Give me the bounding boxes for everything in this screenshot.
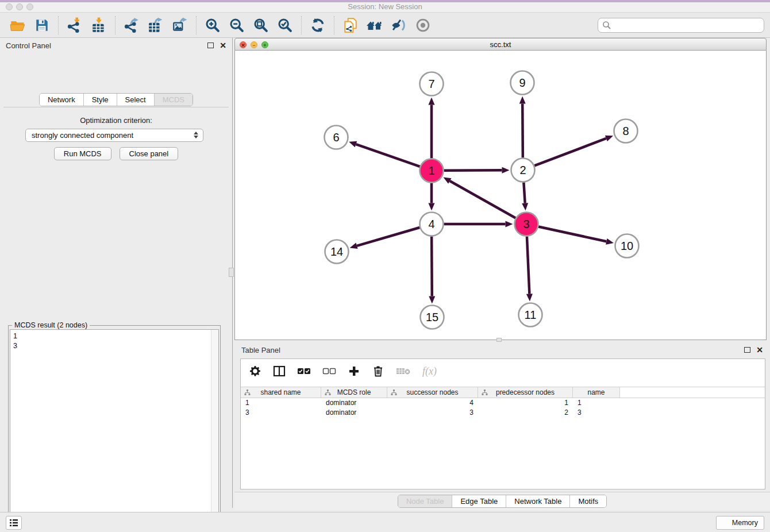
node-8[interactable]: 8 xyxy=(614,119,638,143)
edge-2-3[interactable] xyxy=(523,182,525,203)
tab-style[interactable]: Style xyxy=(84,94,117,106)
zoom-fit-icon[interactable] xyxy=(252,17,270,34)
memory-button[interactable]: Memory xyxy=(716,516,764,530)
hierarchy-icon xyxy=(325,390,331,396)
column-header-name[interactable]: name xyxy=(573,387,620,398)
table-cell: 4 xyxy=(387,398,478,408)
edge-1-2[interactable] xyxy=(444,170,502,171)
hierarchy-icon xyxy=(391,390,397,396)
control-panel-close-icon[interactable]: ✕ xyxy=(220,43,226,48)
node-6[interactable]: 6 xyxy=(325,126,348,149)
node-7[interactable]: 7 xyxy=(420,72,444,96)
tab-mcds[interactable]: MCDS xyxy=(155,94,192,106)
select-all-icon[interactable] xyxy=(297,364,311,378)
toolbar-separator xyxy=(115,16,116,34)
tab-motifs[interactable]: Motifs xyxy=(570,495,606,507)
edge-4-14[interactable] xyxy=(357,228,419,246)
zoom-in-icon[interactable] xyxy=(204,17,221,34)
control-panel: Control Panel ✕ NetworkStyleSelectMCDS O… xyxy=(0,38,232,508)
table-row[interactable]: 1dominator411 xyxy=(241,398,765,408)
tab-select[interactable]: Select xyxy=(117,94,155,106)
table-panel-close-icon[interactable]: ✕ xyxy=(756,347,763,353)
edge-3-1[interactable] xyxy=(450,181,515,218)
refresh-icon[interactable] xyxy=(309,17,326,34)
node-3[interactable]: 3 xyxy=(515,213,538,236)
run-mcds-button[interactable]: Run MCDS xyxy=(54,147,111,160)
optimization-criterion-select[interactable]: strongly connected component xyxy=(25,129,203,142)
deselect-all-icon[interactable] xyxy=(322,364,336,378)
import-network-icon[interactable] xyxy=(66,17,83,34)
export-table-icon[interactable] xyxy=(147,17,164,34)
result-scrollbar[interactable] xyxy=(211,330,218,532)
edge-arrow-2-3 xyxy=(522,203,528,210)
node-14[interactable]: 14 xyxy=(325,240,349,264)
horizontal-splitter-grip[interactable] xyxy=(496,338,502,342)
tab-edge-table[interactable]: Edge Table xyxy=(452,495,506,507)
panel-divider xyxy=(3,107,229,107)
network-window: ✕ − + scc.txt 1234678910111415 xyxy=(234,38,767,340)
optimization-criterion-label: Optimization criterion: xyxy=(0,116,232,125)
svg-text:8: 8 xyxy=(622,125,629,137)
open-session-icon[interactable] xyxy=(9,17,26,34)
select-stepper-icon xyxy=(194,132,198,138)
show-all-icon[interactable] xyxy=(414,17,432,34)
node-2[interactable]: 2 xyxy=(511,159,535,182)
node-15[interactable]: 15 xyxy=(421,306,444,329)
column-header-predecessor-nodes[interactable]: predecessor nodes xyxy=(478,387,573,398)
svg-text:1: 1 xyxy=(428,164,434,177)
edge-3-10[interactable] xyxy=(538,227,606,242)
column-label: name xyxy=(587,388,605,396)
search-input[interactable] xyxy=(598,18,764,33)
table-panel-header: Table Panel ✕ xyxy=(234,342,770,357)
table-settings-icon[interactable] xyxy=(249,364,261,378)
import-table-icon[interactable] xyxy=(90,17,107,34)
edge-4-15[interactable] xyxy=(432,236,432,296)
zoom-selected-icon[interactable] xyxy=(276,17,294,34)
table-row[interactable]: 3dominator323 xyxy=(241,408,765,418)
hide-selected-icon[interactable] xyxy=(390,17,407,34)
export-network-icon[interactable] xyxy=(123,17,140,34)
column-header-successor-nodes[interactable]: successor nodes xyxy=(387,387,478,398)
clone-network-icon[interactable] xyxy=(342,17,359,34)
edge-2-9[interactable] xyxy=(522,103,523,157)
table-panel-title: Table Panel xyxy=(241,346,280,354)
node-11[interactable]: 11 xyxy=(519,303,542,327)
table-panel-box: f(x) shared nameMCDS rolesuccessor nodes… xyxy=(240,358,765,489)
mcds-result-area[interactable]: 13 xyxy=(10,329,219,532)
edge-arrow-1-4 xyxy=(429,203,435,211)
add-column-icon[interactable] xyxy=(348,364,360,378)
network-canvas[interactable]: 1234678910111415 xyxy=(234,51,767,340)
edge-arrow-3-11 xyxy=(526,294,533,301)
table-panel-float-icon[interactable] xyxy=(744,347,750,353)
home-icon[interactable] xyxy=(366,17,383,34)
close-panel-button[interactable]: Close panel xyxy=(120,147,179,160)
column-header-MCDS-role[interactable]: MCDS role xyxy=(321,387,387,398)
vertical-splitter-grip[interactable] xyxy=(229,268,234,277)
export-image-icon[interactable] xyxy=(171,17,188,34)
edge-2-8[interactable] xyxy=(534,138,606,165)
column-header-shared-name[interactable]: shared name xyxy=(241,387,321,398)
toolbar-separator xyxy=(196,16,197,34)
list-icon xyxy=(9,519,18,527)
network-window-title: scc.txt xyxy=(235,40,766,49)
node-table-header-row: shared nameMCDS rolesuccessor nodesprede… xyxy=(241,387,765,398)
zoom-out-icon[interactable] xyxy=(228,17,245,34)
delete-column-icon[interactable] xyxy=(372,364,384,378)
tab-network-table[interactable]: Network Table xyxy=(506,495,570,507)
split-panel-icon[interactable] xyxy=(273,364,286,378)
node-9[interactable]: 9 xyxy=(511,71,534,95)
node-10[interactable]: 10 xyxy=(615,234,639,258)
tab-network[interactable]: Network xyxy=(40,94,84,106)
task-history-button[interactable] xyxy=(6,516,22,530)
tab-node-table[interactable]: Node Table xyxy=(398,495,453,507)
column-label: successor nodes xyxy=(406,388,458,396)
edge-1-6[interactable] xyxy=(356,144,419,167)
table-cell: 3 xyxy=(573,408,620,418)
node-1[interactable]: 1 xyxy=(420,159,444,183)
node-4[interactable]: 4 xyxy=(420,213,444,236)
edge-3-11[interactable] xyxy=(527,236,529,294)
graph-svg: 1234678910111415 xyxy=(235,51,766,339)
control-panel-float-icon[interactable] xyxy=(207,43,214,48)
column-label: MCDS role xyxy=(337,388,371,396)
save-session-icon[interactable] xyxy=(33,17,51,34)
